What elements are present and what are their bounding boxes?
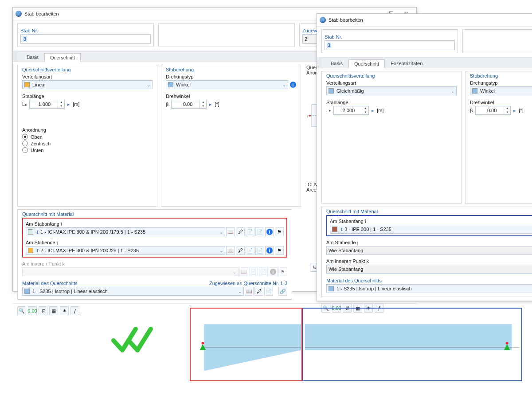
new-button[interactable]: 📄 [264, 287, 273, 296]
rot-title: Stabdrehung [166, 65, 296, 73]
material-label: Material des Querschnitts [326, 276, 532, 284]
drehwinkel-label: Drehwinkel [470, 99, 532, 106]
verteilungsart-combo[interactable]: Gleichmäßig ⌄ [326, 86, 457, 95]
swatch-icon [332, 227, 337, 232]
window-title: Stab bearbeiten [329, 17, 532, 23]
warn-button[interactable]: ⚑ [275, 227, 284, 236]
qmat-title: Querschnitt mit Material [22, 210, 287, 218]
stablaenge-label: Stablänge [22, 93, 153, 100]
swatch-icon [329, 88, 334, 94]
warn-button: ⚑ [278, 267, 287, 276]
tab-exzentrizitaeten[interactable]: Exzentrizitäten [385, 59, 428, 68]
radio-oben[interactable]: Oben [22, 133, 153, 140]
inner-label: Am inneren Punkt k [22, 260, 287, 267]
info-button: i [269, 267, 278, 276]
start-combo[interactable]: I 1 - ICI-MAX IPE 300 & IPN 200 /179.5 |… [26, 227, 225, 236]
angle-symbol: β [470, 108, 473, 113]
start-label: Am Stabanfang i [26, 220, 284, 227]
verteilungsart-combo[interactable]: Linear ⌄ [22, 80, 153, 89]
library-button[interactable]: 📖 [226, 246, 235, 255]
swatch-icon [28, 248, 33, 253]
i-section-icon: I [37, 248, 39, 253]
new-button[interactable]: 📄 [246, 227, 254, 236]
i-section-icon: I [341, 227, 343, 232]
library-button[interactable]: 📖 [245, 287, 254, 296]
stablaenge-input[interactable]: 2.000 ▲▼ [333, 106, 369, 115]
svg-point-8 [201, 342, 204, 344]
angle-input[interactable]: 0.00 ▲▼ [475, 106, 511, 115]
stablaenge-unit: [m] [377, 108, 383, 113]
warn-button[interactable]: ⚑ [275, 246, 284, 255]
svg-text:i: i [307, 114, 308, 118]
info-button[interactable]: i [265, 246, 274, 255]
beam-preview-left [190, 308, 302, 381]
angle-symbol: β [166, 102, 168, 107]
drehwinkel-label: Drehwinkel [166, 93, 296, 100]
tool-formula-icon[interactable]: ƒ [70, 306, 79, 315]
angle-unit: [°] [519, 108, 524, 113]
chevron-down-icon: ⌄ [217, 248, 223, 253]
chevron-down-icon: ⌄ [217, 230, 223, 235]
tool-calc-icon[interactable]: 0.00 [28, 306, 37, 315]
verteilungsart-label: Verteilungsart [326, 79, 457, 86]
tab-basis[interactable]: Basis [21, 53, 44, 62]
tool-aux-icon[interactable]: ✶ [60, 306, 69, 315]
app-icon [320, 17, 326, 23]
tab-querschnitt[interactable]: Querschnitt [348, 59, 385, 68]
drehungstyp-combo[interactable]: Winkel [470, 86, 532, 95]
swatch-icon [24, 289, 30, 294]
qmat-title: Querschnitt mit Material [326, 207, 532, 215]
color-button[interactable]: 🖍 [236, 227, 245, 236]
stab-nr-input[interactable]: 3 [325, 40, 455, 50]
end-label: Am Stabende j [26, 239, 284, 246]
inner-combo: ⌄ [22, 267, 239, 276]
library-button[interactable]: 📖 [226, 227, 235, 236]
tool-render-icon[interactable]: ▦ [49, 306, 58, 315]
stab-nr-input[interactable]: 3 [20, 34, 151, 44]
stablaenge-unit: [m] [73, 102, 79, 107]
swatch-icon [24, 82, 30, 87]
chevron-down-icon: ⌄ [230, 270, 236, 274]
end-combo[interactable]: I 2 - ICI-MAX IPE 300 & IPN 200 /25 | 1 … [26, 246, 225, 255]
app-icon [16, 11, 22, 17]
color-button[interactable]: 🖍 [236, 246, 245, 255]
stab-nr-label: Stab Nr. [20, 26, 151, 34]
stablaenge-label: Stablänge [326, 99, 457, 106]
stablaenge-input[interactable]: 1.000 ▲▼ [29, 100, 65, 109]
dialog-stab-right: Stab bearbeiten Stab Nr. 3 Basis Quersch… [317, 13, 532, 301]
angle-unit: [°] [215, 102, 219, 107]
rot-title: Stabdrehung [470, 71, 532, 79]
start-combo[interactable]: I 3 - IPE 300 | 1 - S235 ⌄ [330, 225, 532, 234]
tool-axis-icon[interactable]: ⇵ [39, 306, 47, 315]
new-button: 📄 [249, 267, 258, 276]
verteilungsart-label: Verteilungsart [22, 73, 153, 80]
tool-zoom-icon[interactable]: 🔍 [17, 306, 26, 315]
radio-unten[interactable]: Unten [22, 147, 153, 153]
titlebar[interactable]: Stab bearbeiten [317, 14, 532, 27]
end-combo[interactable]: Wie Stabanfang [326, 246, 532, 255]
tab-basis[interactable]: Basis [325, 59, 348, 68]
drehungstyp-label: Drehungstyp [166, 73, 296, 80]
swatch-icon [168, 82, 173, 87]
material-combo[interactable]: 1 - S235 | Isotrop | Linear elastisch ⌄ [326, 284, 532, 293]
material-combo[interactable]: 1 - S235 | Isotrop | Linear elastisch ⌄ [22, 287, 244, 296]
radio-zentrisch[interactable]: Zentrisch [22, 140, 153, 147]
info-icon[interactable]: i [290, 82, 296, 88]
inner-label: Am inneren Punkt k [326, 258, 532, 265]
swatch-icon [472, 88, 477, 94]
drehungstyp-combo[interactable]: Winkel ⌄ [166, 80, 288, 89]
copy-button[interactable]: 📄 [255, 227, 264, 236]
link-button[interactable]: 🔗 [278, 287, 287, 296]
stablaenge-symbol: L₂ [326, 108, 331, 113]
i-section-icon: I [37, 229, 39, 235]
color-button[interactable]: 🖍 [254, 287, 263, 296]
start-label: Am Stabanfang i [330, 218, 532, 225]
tab-querschnitt[interactable]: Querschnitt [44, 53, 81, 62]
info-button[interactable]: i [265, 227, 274, 236]
inner-combo[interactable]: Wie Stabanfang [326, 265, 532, 274]
new-button[interactable]: 📄 [246, 246, 254, 255]
copy-button[interactable]: 📄 [255, 246, 264, 255]
svg-point-12 [506, 342, 509, 344]
angle-input[interactable]: 0.00 ▲▼ [171, 100, 207, 109]
chevron-down-icon: ⌄ [144, 82, 150, 87]
